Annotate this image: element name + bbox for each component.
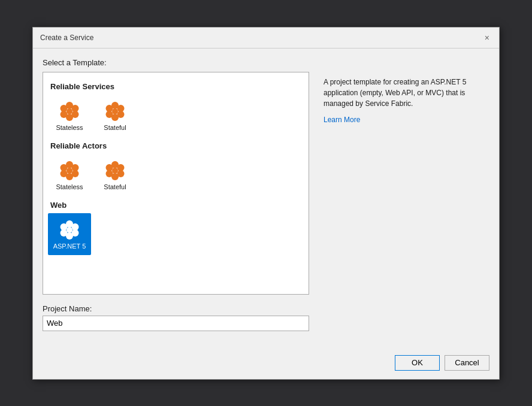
template-item-aspnet5[interactable]: ASP.NET 5 xyxy=(48,213,91,255)
cancel-button[interactable]: Cancel xyxy=(445,355,489,371)
svg-point-5 xyxy=(61,105,68,112)
dialog-titlebar: Create a Service × xyxy=(33,28,499,49)
project-name-label: Project Name: xyxy=(43,304,489,313)
service-fabric-icon-4 xyxy=(103,159,127,183)
create-service-dialog: Create a Service × Select a Template: Re… xyxy=(32,27,500,380)
reliable-services-row: Stateless xyxy=(48,95,304,137)
ok-button[interactable]: OK xyxy=(395,355,440,371)
project-name-section: Project Name: xyxy=(43,304,489,331)
project-name-input[interactable] xyxy=(43,316,309,331)
service-fabric-icon-3 xyxy=(58,159,81,183)
content-area: Reliable Services xyxy=(43,72,489,295)
template-item-stateful-2[interactable]: Stateful xyxy=(93,154,137,196)
template-item-stateful-1[interactable]: Stateful xyxy=(93,95,137,137)
dialog-body: Select a Template: Reliable Services xyxy=(33,49,499,350)
template-list[interactable]: Reliable Services xyxy=(43,72,309,294)
template-label-stateful-1: Stateful xyxy=(104,123,126,132)
template-item-stateless-1[interactable]: Stateless xyxy=(48,95,91,137)
dialog-title: Create a Service xyxy=(40,34,93,42)
description-text: A project template for creating an ASP.N… xyxy=(324,77,485,109)
category-reliable-services: Reliable Services xyxy=(50,82,304,91)
service-fabric-icon-1 xyxy=(58,99,81,123)
svg-point-6 xyxy=(66,108,72,114)
service-fabric-icon-5 xyxy=(58,218,81,242)
svg-point-27 xyxy=(112,168,118,174)
template-section-label: Select a Template: xyxy=(43,58,489,67)
template-item-stateless-2[interactable]: Stateless xyxy=(48,154,91,196)
svg-point-20 xyxy=(66,168,72,174)
category-reliable-actors: Reliable Actors xyxy=(50,141,304,150)
category-web: Web xyxy=(50,201,304,210)
svg-point-34 xyxy=(66,227,72,233)
web-row: ASP.NET 5 xyxy=(48,213,304,255)
template-label-stateful-2: Stateful xyxy=(104,183,126,191)
svg-point-12 xyxy=(106,105,113,112)
template-label-stateless-2: Stateless xyxy=(56,183,83,191)
svg-point-13 xyxy=(112,108,118,114)
template-label-stateless-1: Stateless xyxy=(56,123,83,132)
dialog-footer: OK Cancel xyxy=(33,350,499,379)
svg-point-19 xyxy=(61,164,68,171)
reliable-actors-row: Stateless xyxy=(48,154,304,196)
svg-point-33 xyxy=(61,223,68,231)
template-list-wrapper: Reliable Services xyxy=(43,72,309,295)
template-label-aspnet5: ASP.NET 5 xyxy=(53,242,86,250)
svg-point-26 xyxy=(106,164,113,171)
service-fabric-icon-2 xyxy=(103,99,127,123)
close-button[interactable]: × xyxy=(482,32,492,43)
learn-more-link[interactable]: Learn More xyxy=(324,116,360,124)
description-panel: A project template for creating an ASP.N… xyxy=(319,72,489,295)
